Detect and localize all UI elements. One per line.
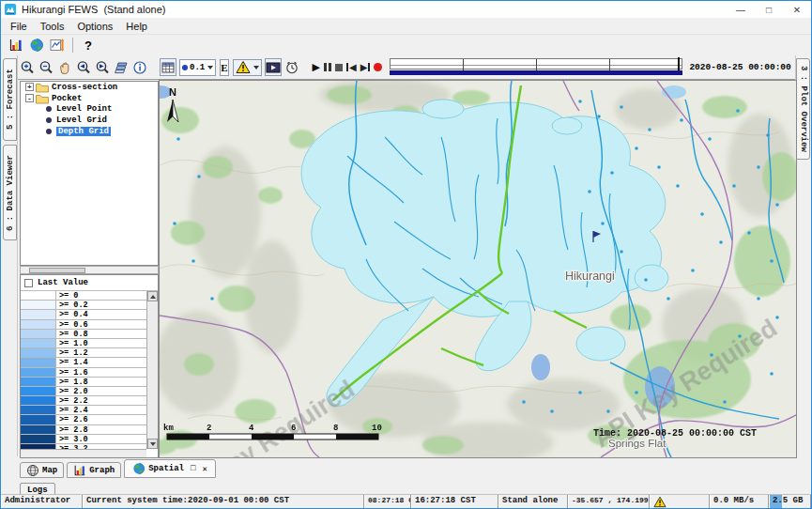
menu-tools[interactable]: Tools <box>34 20 71 33</box>
map-canvas: API Key Required API Key Required N Hiku… <box>160 81 796 457</box>
tree-item-label[interactable]: Pocket <box>52 94 82 103</box>
legend-swatch <box>21 396 56 405</box>
layers-button[interactable] <box>113 58 130 76</box>
tree-item-label[interactable]: Level Point <box>56 104 112 114</box>
play-box-icon <box>266 60 281 75</box>
time-slider-track[interactable] <box>390 58 682 69</box>
info-button[interactable] <box>131 58 148 76</box>
node-bullet-icon <box>46 129 52 134</box>
time-settings-button[interactable] <box>283 58 300 76</box>
tree-item-level-grid[interactable]: Level Grid <box>21 115 158 126</box>
status-gmt-time: 08:27:18 GMT <box>364 495 411 508</box>
scale-tick: 10 <box>372 424 382 433</box>
tab-graph[interactable]: Graph <box>67 462 121 478</box>
database-button[interactable] <box>7 37 25 54</box>
zoom-out-icon <box>38 60 54 75</box>
tree-item-depth-grid[interactable]: Depth Grid <box>21 126 158 137</box>
maximize-button[interactable]: □ <box>755 1 783 18</box>
status-memory[interactable]: 2.5 GB <box>769 495 811 508</box>
zoom-in-button[interactable] <box>19 58 36 76</box>
zoom-previous-button[interactable] <box>75 58 92 76</box>
legend-swatch <box>21 387 56 395</box>
zoom-previous-icon <box>76 60 91 75</box>
bars-icon <box>8 38 23 53</box>
menu-file[interactable]: File <box>4 20 34 33</box>
spatial-display-button[interactable] <box>48 37 67 54</box>
pan-button[interactable] <box>56 58 73 76</box>
record-icon <box>374 63 382 71</box>
play-icon: ▶ <box>313 61 320 73</box>
tab-close-icon[interactable]: ✕ <box>202 464 207 474</box>
label-springs-flat: Springs Flat <box>608 438 666 449</box>
legend-toggle-button[interactable]: E <box>220 59 228 76</box>
map-display-button[interactable] <box>27 37 46 54</box>
record-button[interactable] <box>373 58 383 76</box>
legend-row: >= 1.2 <box>21 348 146 358</box>
globe-icon <box>29 38 44 53</box>
zoom-next-button[interactable] <box>94 58 111 76</box>
tree-item-label[interactable]: Cross-section <box>52 83 117 92</box>
scale-tick: 4 <box>249 424 254 433</box>
scroll-down-button[interactable] <box>147 439 158 449</box>
left-tab-strip: 5 : Forecast 6 : Data Viewer <box>1 55 18 456</box>
tree-horizontal-scrollbar[interactable] <box>20 266 159 274</box>
animation-button[interactable] <box>265 58 282 76</box>
warning-icon <box>653 496 666 508</box>
thresholds-dropdown[interactable] <box>233 59 262 76</box>
arrow-down-icon <box>150 442 156 446</box>
tree-item-pocket[interactable]: - Pocket <box>21 93 158 104</box>
tab-graph-label: Graph <box>89 466 115 475</box>
legend-vertical-scrollbar[interactable] <box>146 291 158 449</box>
tab-data-viewer[interactable]: 6 : Data Viewer <box>3 145 17 240</box>
close-button[interactable]: ✕ <box>783 1 811 18</box>
contour-value-dropdown[interactable]: 0.1 <box>179 59 216 76</box>
tab-forecast[interactable]: 5 : Forecast <box>3 58 17 141</box>
hand-icon <box>57 60 72 75</box>
collapse-icon[interactable]: - <box>25 94 34 102</box>
legend-value: >= 3.0 <box>56 435 146 443</box>
legend-value: >= 2.0 <box>56 387 146 395</box>
legend-row: >= 3.0 <box>21 435 146 444</box>
step-forward-button[interactable]: ▶ <box>360 58 372 76</box>
legend-horizontal-scrollbar[interactable] <box>21 449 146 457</box>
menu-help[interactable]: Help <box>119 20 154 33</box>
legend-swatch <box>21 330 56 338</box>
layers-icon <box>114 60 129 75</box>
stop-button[interactable] <box>334 58 344 76</box>
toolbar-separator <box>72 38 73 53</box>
tree-item-label-selected[interactable]: Depth Grid <box>56 127 111 136</box>
status-warning-cell[interactable] <box>650 495 710 508</box>
menu-options[interactable]: Options <box>70 20 119 33</box>
tree-item-label[interactable]: Level Grid <box>56 116 107 125</box>
tree-item-level-point[interactable]: Level Point <box>21 104 158 116</box>
tree-item-cross-section[interactable]: + Cross-section <box>21 82 158 93</box>
tab-spatial[interactable]: Spatial □ ✕ <box>124 459 216 478</box>
zoom-out-button[interactable] <box>38 58 54 76</box>
globe-icon <box>132 462 146 475</box>
help-button[interactable]: ? <box>79 37 98 54</box>
spatial-map[interactable]: API Key Required API Key Required N Hiku… <box>159 80 797 458</box>
warning-icon <box>236 60 251 74</box>
pause-button[interactable] <box>323 58 332 76</box>
scroll-up-button[interactable] <box>147 291 158 301</box>
legend-row: >= 0.4 <box>21 310 146 319</box>
time-slider-ticks <box>391 59 682 70</box>
step-back-button[interactable]: ◀ <box>345 58 358 76</box>
expand-icon[interactable]: + <box>25 83 34 91</box>
main-toolbar: ? <box>1 35 811 55</box>
play-button[interactable]: ▶ <box>312 58 321 76</box>
grid-toggle-button[interactable] <box>160 58 176 76</box>
minimize-button[interactable]: — <box>727 1 755 18</box>
tab-map[interactable]: Map <box>20 462 64 478</box>
last-value-checkbox[interactable] <box>24 279 33 287</box>
time-slider[interactable] <box>390 58 682 77</box>
legend-row: >= 2.0 <box>21 387 146 396</box>
current-datetime-label: 2020-08-25 00:00:00 CST <box>689 62 812 72</box>
time-slider-handle[interactable] <box>678 57 680 70</box>
tab-maximize-icon[interactable]: □ <box>191 464 195 473</box>
step-back-icon: ◀ <box>346 62 357 72</box>
legend-value: >= 2.8 <box>56 425 146 434</box>
scrollbar-thumb[interactable] <box>29 268 85 273</box>
folder-icon <box>36 82 49 93</box>
tab-plot-overview[interactable]: 3 : Plot Overview <box>796 58 810 160</box>
